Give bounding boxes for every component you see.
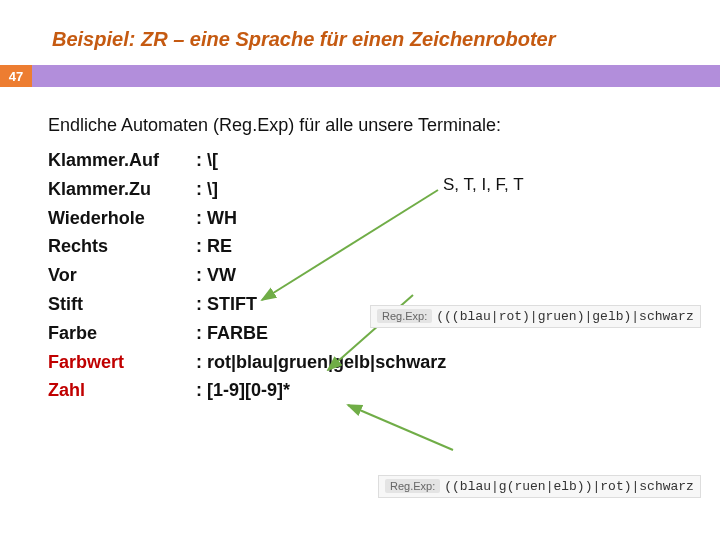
terminal-row: Vor : VW: [48, 261, 720, 290]
terminal-name: Wiederhole: [48, 204, 196, 233]
regex-box-2: Reg.Exp:((blau|g(ruen|elb))|rot)|schwarz: [378, 475, 701, 498]
terminal-name: Farbwert: [48, 348, 196, 377]
regex-box-1: Reg.Exp:(((blau|rot)|gruen)|gelb)|schwar…: [370, 305, 701, 328]
terminal-def: : [1-9][0-9]*: [196, 380, 290, 400]
slide-number: 47: [0, 65, 32, 87]
slide-title: Beispiel: ZR – eine Sprache für einen Ze…: [52, 28, 720, 51]
regex-text: ((blau|g(ruen|elb))|rot)|schwarz: [444, 479, 694, 494]
bar-fill: [32, 65, 720, 87]
terminal-row: Klammer.Auf : \[: [48, 146, 720, 175]
terminal-name: Rechts: [48, 232, 196, 261]
terminal-def: : rot|blau|gruen|gelb|schwarz: [196, 352, 446, 372]
terminal-row: Rechts : RE: [48, 232, 720, 261]
terminal-def: : RE: [196, 236, 232, 256]
annotation-stift: S, T, I, F, T: [443, 175, 524, 195]
terminal-name: Vor: [48, 261, 196, 290]
regex-text: (((blau|rot)|gruen)|gelb)|schwarz: [436, 309, 693, 324]
regex-label: Reg.Exp:: [377, 309, 432, 323]
terminal-def: : STIFT: [196, 294, 257, 314]
content-area: Endliche Automaten (Reg.Exp) für alle un…: [48, 115, 720, 405]
terminal-name: Zahl: [48, 376, 196, 405]
terminal-def: : \]: [196, 179, 218, 199]
terminal-row: Klammer.Zu : \]: [48, 175, 720, 204]
terminal-def: : VW: [196, 265, 236, 285]
terminal-def: : \[: [196, 150, 218, 170]
terminal-def: : FARBE: [196, 323, 268, 343]
terminal-def: : WH: [196, 208, 237, 228]
terminal-row: Zahl : [1-9][0-9]*: [48, 376, 720, 405]
regex-label: Reg.Exp:: [385, 479, 440, 493]
terminal-row: Farbwert : rot|blau|gruen|gelb|schwarz: [48, 348, 720, 377]
slide-number-bar: 47: [0, 65, 720, 87]
terminal-name: Stift: [48, 290, 196, 319]
svg-line-2: [348, 405, 453, 450]
terminal-row: Wiederhole : WH: [48, 204, 720, 233]
intro-text: Endliche Automaten (Reg.Exp) für alle un…: [48, 115, 720, 136]
terminal-name: Klammer.Zu: [48, 175, 196, 204]
terminal-name: Klammer.Auf: [48, 146, 196, 175]
terminal-name: Farbe: [48, 319, 196, 348]
